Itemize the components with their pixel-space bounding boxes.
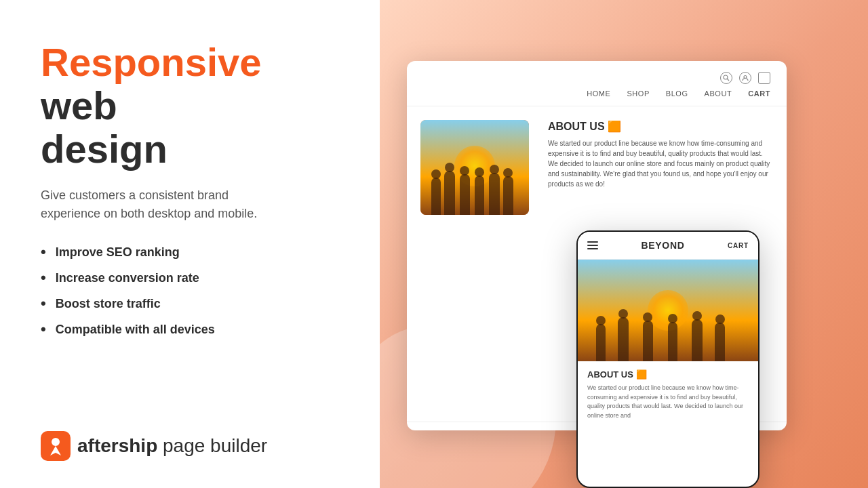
nav-blog[interactable]: BLOG (666, 89, 688, 98)
headline-dark: webdesign (41, 83, 167, 171)
subtitle: Give customers a consistent brandexperie… (41, 186, 326, 223)
desktop-nav: HOME SHOP BLOG ABOUT CART (407, 61, 787, 106)
mobile-person-6 (715, 323, 725, 361)
logo-text: aftership page builder (77, 435, 267, 457)
mobile-person-3 (643, 321, 653, 361)
bullet-item-1: Improve SEO ranking (41, 245, 339, 260)
headline-orange: Responsive (41, 40, 262, 84)
person-silhouette-6 (503, 176, 513, 215)
svg-line-3 (728, 79, 730, 81)
mobile-cart-link[interactable]: CART (728, 242, 749, 249)
person-silhouette-4 (475, 176, 484, 215)
person-silhouette-5 (489, 173, 500, 215)
left-content: Responsive webdesign Give customers a co… (41, 41, 339, 337)
bullet-item-2: Increase conversion rate (41, 270, 339, 285)
mobile-person-2 (618, 317, 629, 361)
mobile-about-text: We started our product line because we k… (587, 384, 749, 420)
bullet-item-4: Compatible with all devices (41, 322, 339, 337)
cart-icon[interactable] (758, 72, 770, 84)
menu-line-2 (587, 245, 598, 246)
headline: Responsive webdesign (41, 41, 339, 170)
logo-brand: aftership (77, 435, 157, 456)
nav-shop[interactable]: SHOP (627, 89, 649, 98)
desktop-about-text: We started our product line because we k… (548, 138, 773, 189)
aftership-logo-icon (41, 431, 71, 461)
mobile-mockup: BEYOND CART ABOUT US 🟧 We started our pr… (576, 230, 760, 488)
logo-area: aftership page builder (41, 431, 339, 461)
desktop-image-column (407, 106, 542, 422)
nav-links: HOME SHOP BLOG ABOUT CART (587, 89, 770, 98)
mobile-nav: BEYOND CART (578, 232, 758, 260)
search-icon[interactable] (720, 72, 732, 84)
person-silhouette-2 (444, 171, 455, 215)
mobile-person-1 (596, 324, 606, 361)
logo-suffix: page builder (157, 435, 267, 456)
nav-icons (720, 72, 770, 84)
desktop-hero-photo (420, 120, 529, 215)
left-panel: Responsive webdesign Give customers a co… (0, 0, 380, 488)
user-icon[interactable] (739, 72, 751, 84)
mobile-brand-name: BEYOND (641, 240, 684, 251)
bullet-item-3: Boost store traffic (41, 296, 339, 311)
svg-point-1 (52, 438, 60, 446)
right-panel: HOME SHOP BLOG ABOUT CART (380, 0, 868, 488)
bullet-list: Improve SEO ranking Increase conversion … (41, 245, 339, 337)
nav-about[interactable]: ABOUT (705, 89, 732, 98)
nav-home[interactable]: HOME (587, 89, 610, 98)
nav-cart[interactable]: CART (748, 89, 770, 98)
mobile-about-title: ABOUT US 🟧 (587, 369, 749, 380)
hamburger-menu-icon[interactable] (587, 241, 598, 249)
mobile-person-5 (692, 319, 703, 361)
desktop-about-title: ABOUT US 🟧 (548, 120, 773, 133)
mobile-about-section: ABOUT US 🟧 We started our product line b… (578, 361, 758, 428)
person-silhouette-1 (431, 178, 441, 215)
person-silhouette-3 (460, 174, 470, 215)
svg-point-2 (724, 75, 728, 79)
menu-line-3 (587, 248, 598, 249)
menu-line-1 (587, 241, 598, 243)
mobile-hero-photo (578, 260, 758, 361)
mobile-person-4 (668, 322, 677, 361)
